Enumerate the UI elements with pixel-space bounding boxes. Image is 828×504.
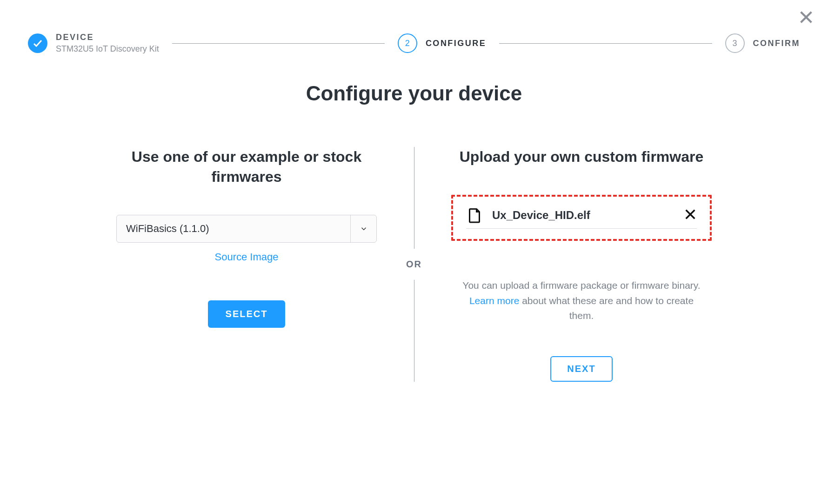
stock-firmware-heading: Use one of our example or stock firmware… — [116, 147, 377, 187]
custom-firmware-column: Upload your own custom firmware Ux_Devic… — [433, 147, 730, 382]
configure-columns: Use one of our example or stock firmware… — [28, 147, 800, 382]
close-icon — [798, 9, 814, 25]
step-confirm-title: CONFIRM — [753, 39, 801, 48]
uploaded-file-row: Ux_Device_HID.elf — [466, 207, 697, 229]
firmware-upload-dropzone[interactable]: Ux_Device_HID.elf — [451, 195, 712, 241]
remove-file-button[interactable] — [684, 208, 697, 223]
step-configure[interactable]: 2 CONFIGURE — [398, 33, 487, 53]
stepper: DEVICE STM32U5 IoT Discovery Kit 2 CONFI… — [28, 33, 800, 54]
firmware-dropdown[interactable]: WiFiBasics (1.1.0) — [116, 215, 377, 243]
step-configure-circle: 2 — [398, 33, 417, 53]
source-image-link[interactable]: Source Image — [215, 251, 279, 263]
select-button[interactable]: SELECT — [208, 300, 286, 328]
checkmark-icon — [32, 38, 43, 49]
step-device[interactable]: DEVICE STM32U5 IoT Discovery Kit — [28, 33, 159, 54]
chevron-down-icon — [360, 225, 368, 233]
custom-firmware-heading: Upload your own custom firmware — [460, 147, 704, 167]
upload-help-text: You can upload a firmware package or fir… — [461, 278, 702, 324]
close-icon — [684, 208, 697, 221]
column-divider: OR — [395, 147, 433, 382]
learn-more-link[interactable]: Learn more — [469, 295, 519, 306]
step-device-circle — [28, 33, 47, 53]
page-title: Configure your device — [28, 82, 800, 105]
step-confirm[interactable]: 3 CONFIRM — [725, 33, 801, 53]
divider-label: OR — [406, 249, 422, 280]
firmware-dropdown-value: WiFiBasics (1.1.0) — [117, 215, 350, 242]
stepper-line — [499, 43, 712, 44]
step-confirm-circle: 3 — [725, 33, 745, 53]
next-button[interactable]: NEXT — [550, 356, 612, 382]
firmware-dropdown-toggle[interactable] — [350, 215, 376, 242]
step-configure-title: CONFIGURE — [426, 39, 487, 48]
uploaded-file-name: Ux_Device_HID.elf — [492, 209, 674, 222]
stepper-line — [172, 43, 385, 44]
close-button[interactable] — [798, 9, 814, 27]
stock-firmware-column: Use one of our example or stock firmware… — [98, 147, 395, 328]
file-icon — [466, 207, 483, 224]
step-device-title: DEVICE — [56, 33, 159, 42]
step-device-subtitle: STM32U5 IoT Discovery Kit — [56, 44, 159, 54]
